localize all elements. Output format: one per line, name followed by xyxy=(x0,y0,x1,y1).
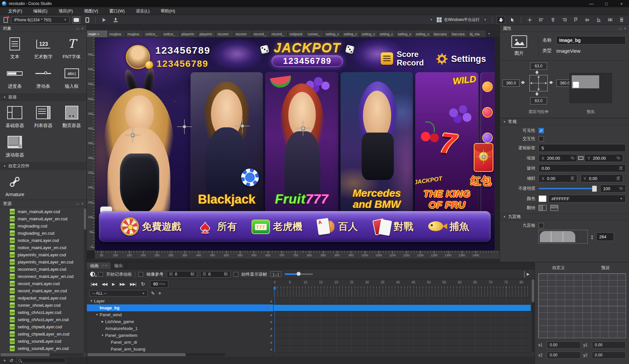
document-tab[interactable]: reconn xyxy=(216,30,234,37)
play-button[interactable]: ▶ xyxy=(112,282,115,286)
tag-input[interactable]: 5 xyxy=(539,144,626,152)
panel-close-icon[interactable]: × xyxy=(624,27,626,30)
resource-file[interactable]: csdredpacket_mainLayer.csd xyxy=(10,294,84,301)
object-armature[interactable]: Armature xyxy=(1,171,29,200)
document-tab[interactable]: record_ xyxy=(270,30,288,37)
vertical-scrollbar[interactable] xyxy=(532,279,534,352)
publish-button[interactable] xyxy=(111,16,120,24)
nav-item-slot[interactable]: 777老虎機 xyxy=(252,217,302,236)
select-tool[interactable] xyxy=(508,16,517,24)
landscape-view-button[interactable] xyxy=(72,16,80,24)
scale-x-input[interactable]: X200.00% xyxy=(539,154,577,162)
fps-input[interactable]: 60FPS xyxy=(150,281,168,288)
menu-item[interactable]: 文件(F) xyxy=(3,7,28,15)
document-tab[interactable]: playerin xyxy=(198,30,216,37)
anchor-left-input[interactable]: 360.0 xyxy=(503,80,520,87)
document-tab[interactable]: msgloa xyxy=(126,30,144,37)
resource-file[interactable]: csdseting_chpwdLayer.csd xyxy=(10,323,84,330)
y2-input[interactable]: 0.00 xyxy=(592,352,626,359)
playhead[interactable] xyxy=(274,287,276,353)
layer-node[interactable]: Image_bg◢ xyxy=(87,304,273,311)
record-checkbox[interactable] xyxy=(98,272,103,277)
layer-node[interactable]: Panel_arm_kuang◢ xyxy=(87,346,273,352)
skew-x-input[interactable]: X0.00度 xyxy=(539,174,577,182)
tab-animation[interactable]: 动画 □× xyxy=(87,262,111,269)
document-tab[interactable]: seting_c xyxy=(378,30,396,37)
document-tab[interactable]: msgloa xyxy=(108,30,126,37)
menu-item[interactable]: 编辑(E) xyxy=(28,7,53,15)
transform-handle[interactable] xyxy=(183,125,186,128)
timeline-track[interactable] xyxy=(274,325,531,332)
menu-item[interactable]: 帮助(H) xyxy=(155,7,181,15)
object-scroll[interactable]: 滚动容器 xyxy=(1,132,29,161)
object-slider[interactable]: 滑动条 xyxy=(29,63,58,92)
align-top-button[interactable] xyxy=(571,16,580,24)
section-containers[interactable]: ▼容器 xyxy=(0,94,86,101)
nine-patch-preview[interactable] xyxy=(539,230,588,244)
refresh-button[interactable]: ↺ xyxy=(9,358,13,363)
anchor-top-input[interactable]: 63.0 xyxy=(530,63,547,70)
transform-handle[interactable] xyxy=(302,127,305,130)
search-input[interactable] xyxy=(16,358,66,363)
tab-list-chevron-icon[interactable]: ▼ xyxy=(486,30,492,37)
skew-y-input[interactable]: Y0.00度 xyxy=(581,174,623,182)
resource-file[interactable]: csdnotice_mainLayer.csd xyxy=(10,237,84,244)
resource-file[interactable]: csdrunner_showLayer.csd xyxy=(10,301,84,309)
device-selector[interactable]: iPhone 6(1334 * 750) ▼ xyxy=(11,16,69,24)
object-artnumber[interactable]: 123艺术数字 xyxy=(29,33,58,63)
skip-end-button[interactable]: ▶▶| xyxy=(130,282,136,286)
panel-float-icon[interactable]: □ xyxy=(619,27,621,30)
document-tab[interactable]: seting_s xyxy=(396,30,414,37)
resource-file[interactable]: csdmain_mainuiLayer.csd xyxy=(10,208,84,215)
maximize-button[interactable]: □ xyxy=(599,0,614,7)
layer-node[interactable]: ▼Layer◢ xyxy=(87,298,273,304)
tree-down-icon[interactable]: ▼ xyxy=(100,334,105,337)
document-tab[interactable]: redpack xyxy=(288,30,306,37)
record-icon[interactable] xyxy=(90,272,95,277)
document-tab[interactable]: seting_c xyxy=(324,30,342,37)
design-canvas[interactable]: 123456789 123456789 JACKPOT 123456789 Sc… xyxy=(95,38,495,250)
nine-patch-value-input[interactable]: 264 xyxy=(596,232,614,241)
timeline-zoom-slider[interactable] xyxy=(285,273,313,275)
horizontal-scrollbar[interactable] xyxy=(87,353,225,356)
timeline-tick-strip[interactable] xyxy=(274,289,531,298)
document-tab[interactable]: runner_ xyxy=(306,30,324,37)
mirror-checkbox[interactable] xyxy=(139,272,143,277)
visible-checkbox[interactable]: ✓ xyxy=(539,128,544,133)
document-tab[interactable]: bj_ma xyxy=(468,30,486,37)
object-list[interactable]: 列表容器 xyxy=(29,102,58,132)
align-center-h-button[interactable] xyxy=(548,16,557,24)
edit-animation-icon[interactable]: ✎ xyxy=(151,291,155,296)
resource-file[interactable]: csdplayerinfo_mainLayer_en.csd xyxy=(10,258,84,265)
panel-float-icon[interactable]: □ xyxy=(77,202,79,206)
panel-float-icon[interactable]: □ xyxy=(102,264,104,267)
document-tab[interactable]: baccara xyxy=(432,30,450,37)
timeline-track[interactable] xyxy=(274,298,531,304)
menu-item[interactable]: 项目(P) xyxy=(53,7,78,15)
flip-vertical-button[interactable] xyxy=(550,205,558,211)
frames-before-input[interactable]: 前0帧 xyxy=(167,271,197,278)
document-tab[interactable]: main● xyxy=(87,30,108,37)
tab-custom-easing[interactable]: 自定义 xyxy=(535,265,582,271)
skip-start-button[interactable]: |◀◀ xyxy=(91,282,97,286)
document-tab[interactable]: record_ xyxy=(252,30,270,37)
distribute-v-button[interactable] xyxy=(617,16,626,24)
add-button[interactable]: + xyxy=(3,358,6,363)
y1-input[interactable]: 0.00 xyxy=(592,341,626,349)
layer-node[interactable]: ▼Panel_gameItem◢ xyxy=(87,332,273,339)
menu-item[interactable]: 语言(L) xyxy=(130,7,155,15)
document-tab[interactable]: seting_s xyxy=(414,30,432,37)
transform-handle[interactable] xyxy=(131,134,134,137)
timeline-track[interactable] xyxy=(274,311,531,318)
timeline-track[interactable] xyxy=(274,346,531,353)
resource-file[interactable]: csdseting_chAccLayer.csd xyxy=(10,309,84,316)
link-scale-icon[interactable] xyxy=(577,156,584,160)
object-text[interactable]: 文本 xyxy=(1,33,29,63)
scale-y-input[interactable]: Y200.00% xyxy=(584,154,623,162)
always-show-checkbox[interactable] xyxy=(234,272,238,277)
document-tab[interactable]: reconn xyxy=(234,30,252,37)
transform-tool[interactable] xyxy=(525,16,534,24)
layer-node[interactable]: ▼Panel_wind◢ xyxy=(87,311,273,318)
section-custom-controls[interactable]: ▼自定义控件 xyxy=(0,162,86,170)
layer-node[interactable]: Panel_arm_di◢ xyxy=(87,339,273,346)
